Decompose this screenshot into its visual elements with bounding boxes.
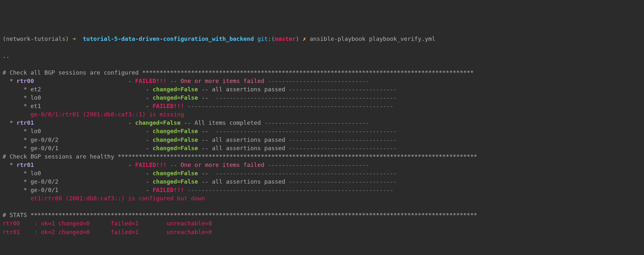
- host-name: rtr01: [16, 119, 34, 126]
- dash: -: [128, 161, 135, 168]
- section-header: # Check all BGP sessions are configured …: [3, 69, 474, 76]
- item-name: ge-0/0/1: [31, 187, 59, 193]
- host-message: One or more items failed: [181, 77, 264, 84]
- ellipsis-line: ..: [3, 52, 641, 60]
- section-header: # Check BGP sessions are healthy *******…: [3, 153, 477, 160]
- venv-name: (network-tutorials): [3, 35, 69, 42]
- stats-header: # STATS ********************************…: [3, 212, 477, 218]
- host-line: * rtr01 - FAILED!!! -- One or more items…: [3, 161, 641, 169]
- host-name: rtr00: [16, 77, 34, 84]
- dash: -: [146, 86, 153, 93]
- bullet-icon: *: [3, 119, 16, 126]
- item-status: changed=False: [153, 170, 198, 177]
- item-message: all assertions passed: [212, 145, 285, 151]
- trail-dashes: ----------------------------------------…: [187, 103, 393, 109]
- trail-dashes: ------------------------------: [261, 119, 369, 126]
- bullet-icon: *: [3, 128, 31, 134]
- trail-dashes: ----------------------------------------…: [215, 170, 397, 177]
- host-name: rtr01: [16, 161, 34, 168]
- item-name: et2: [31, 86, 41, 93]
- item-status: FAILED!!!: [153, 187, 184, 193]
- bullet-icon: *: [3, 94, 31, 101]
- bullet-icon: *: [3, 161, 16, 168]
- git-paren-close: ): [296, 35, 299, 42]
- dash: -: [146, 103, 153, 109]
- bullet-icon: *: [3, 187, 31, 193]
- item-line: * ge-0/0/1 - changed=False -- all assert…: [3, 144, 641, 152]
- dash: -: [146, 94, 153, 101]
- item-message: all assertions passed: [212, 86, 285, 93]
- bullet-icon: *: [3, 170, 31, 177]
- bullet-icon: *: [3, 178, 31, 185]
- stats-values: : ok=1 changed=0 failed=1 unreachable=0: [20, 220, 212, 227]
- trail-dashes: -------------------------------: [285, 136, 397, 143]
- trail-dashes: -----------------------------: [264, 161, 369, 168]
- dash: -: [146, 128, 153, 134]
- item-status: changed=False: [153, 86, 198, 93]
- item-name: ge-0/0/2: [31, 136, 59, 143]
- host-status: FAILED!!!: [135, 77, 167, 84]
- bullet-icon: *: [3, 145, 31, 151]
- trail-dashes: -----------------------------: [264, 77, 369, 84]
- section-header-line: # Check all BGP sessions are configured …: [3, 68, 641, 77]
- stats-row: rtr00 : ok=1 changed=0 failed=1 unreacha…: [3, 219, 641, 228]
- dash: -: [146, 178, 153, 185]
- item-status: changed=False: [153, 145, 198, 151]
- item-status: changed=False: [153, 178, 198, 185]
- shell-prompt-line[interactable]: (network-tutorials) ➜ tutorial-5-data-dr…: [3, 35, 641, 43]
- item-name: lo0: [31, 94, 41, 101]
- section-header-line: # Check BGP sessions are healthy *******…: [3, 152, 641, 161]
- git-branch: master: [275, 35, 296, 42]
- playbook-output: # Check all BGP sessions are configured …: [3, 68, 641, 236]
- error-message: et1:rtr00 (2001:db8:caf3::) is configure…: [31, 195, 205, 202]
- bullet-icon: *: [3, 103, 31, 109]
- stats-values: : ok=2 changed=0 failed=1 unreachable=0: [20, 229, 212, 235]
- bullet-icon: *: [3, 77, 16, 84]
- trail-dashes: ----------------------------------------…: [215, 94, 397, 101]
- item-name: lo0: [31, 128, 41, 134]
- prompt-arrow-icon: ➜: [72, 35, 76, 42]
- item-message: all assertions passed: [212, 178, 285, 185]
- item-name: lo0: [31, 170, 41, 177]
- error-message: ge-0/0/1:rtr01 (2001:db8:caf3::1) is mis…: [31, 111, 184, 118]
- host-message: All items completed: [194, 119, 261, 126]
- dash: -: [146, 136, 153, 143]
- bullet-icon: *: [3, 86, 31, 93]
- blank-line: [3, 203, 641, 211]
- error-line: et1:rtr00 (2001:db8:caf3::) is configure…: [3, 194, 641, 203]
- stats-row: rtr01 : ok=2 changed=0 failed=1 unreacha…: [3, 228, 641, 236]
- cwd: tutorial-5-data-driven-configuration_wit…: [83, 35, 254, 42]
- command-text: ansible-playbook playbook_verify.yml: [310, 35, 435, 42]
- host-line: * rtr01 - changed=False -- All items com…: [3, 119, 641, 127]
- git-label: git:(: [257, 35, 275, 42]
- item-line: * lo0 - changed=False -- ---------------…: [3, 127, 641, 135]
- item-line: * et1 - FAILED!!! ----------------------…: [3, 102, 641, 110]
- item-line: * ge-0/0/2 - changed=False -- all assert…: [3, 178, 641, 186]
- host-line: * rtr00 - FAILED!!! -- One or more items…: [3, 77, 641, 85]
- trail-dashes: -------------------------------: [285, 145, 397, 151]
- trail-dashes: ----------------------------------------…: [187, 187, 393, 193]
- item-status: changed=False: [153, 94, 198, 101]
- item-name: et1: [31, 103, 41, 109]
- trail-dashes: -------------------------------: [285, 178, 397, 185]
- item-line: * lo0 - changed=False -- ---------------…: [3, 94, 641, 102]
- dash: -: [128, 119, 135, 126]
- host-message: One or more items failed: [181, 161, 264, 168]
- item-line: * lo0 - changed=False -- ---------------…: [3, 169, 641, 178]
- item-status: changed=False: [153, 128, 198, 134]
- item-line: * et2 - changed=False -- all assertions …: [3, 85, 641, 94]
- git-dirty-icon: ✗: [303, 35, 306, 42]
- item-message: all assertions passed: [212, 136, 285, 143]
- stats-header-line: # STATS ********************************…: [3, 211, 641, 219]
- bullet-icon: *: [3, 136, 31, 143]
- stats-host: rtr00: [3, 220, 20, 227]
- trail-dashes: -------------------------------: [285, 86, 397, 93]
- dash: -: [146, 187, 153, 193]
- dash: -: [128, 77, 135, 84]
- item-line: * ge-0/0/1 - FAILED!!! -----------------…: [3, 186, 641, 194]
- dash: -: [146, 145, 153, 151]
- trail-dashes: ----------------------------------------…: [215, 128, 397, 134]
- item-name: ge-0/0/2: [31, 178, 59, 185]
- item-name: ge-0/0/1: [31, 145, 59, 151]
- item-line: * ge-0/0/2 - changed=False -- all assert…: [3, 136, 641, 144]
